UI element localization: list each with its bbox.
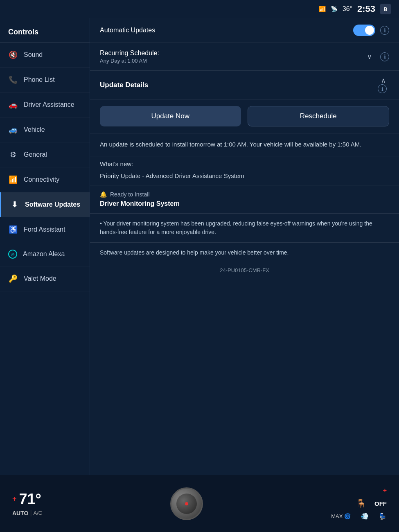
sidebar-item-label: Valet Mode — [24, 275, 56, 282]
automatic-updates-info-icon[interactable]: ℹ — [380, 26, 389, 35]
max-label: MAX 🌀 — [331, 513, 351, 519]
sidebar-item-label: Amazon Alexa — [23, 250, 65, 258]
automatic-updates-toggle[interactable] — [353, 25, 375, 36]
content-area: Automatic Updates ℹ Recurring Schedule: … — [90, 18, 399, 475]
bell-icon: 🔔 — [100, 191, 107, 198]
sound-icon: 🔇 — [8, 50, 18, 60]
update-details-row: Update Details ∧ ℹ — [90, 71, 399, 99]
bottom-bottom-row: MAX 🌀 💨 💺 — [331, 512, 387, 520]
sidebar-item-label: General — [24, 151, 47, 158]
user-badge: B — [380, 4, 391, 14]
ready-to-install-block: 🔔 Ready to Install Driver Monitoring Sys… — [90, 185, 399, 214]
connectivity-icon: 📶 — [8, 175, 18, 185]
automatic-updates-row: Automatic Updates ℹ — [90, 18, 399, 43]
ac-label: A/C — [34, 510, 43, 516]
status-bar: 📶 📡 36° 2:53 B — [0, 0, 399, 18]
sidebar-item-amazon-alexa[interactable]: ◎ Amazon Alexa — [0, 242, 90, 266]
driver-assistance-icon: 🚗 — [8, 100, 18, 110]
hvac-knob[interactable] — [170, 487, 203, 520]
status-temperature: 36° — [343, 5, 352, 13]
priority-update-text: Priority Update - Advanced Driver Assist… — [90, 170, 399, 185]
software-updates-icon: ⬇ — [9, 200, 19, 210]
vehicle-icon: 🚙 — [8, 125, 18, 135]
driver-monitoring-text: • Your driver monitoring system has been… — [100, 219, 389, 237]
seat-icon[interactable]: 💺 — [379, 512, 387, 520]
ford-assistant-icon: ♿ — [8, 225, 18, 234]
sidebar-item-vehicle[interactable]: 🚙 Vehicle — [0, 117, 90, 142]
sidebar-item-phone-list[interactable]: 📞 Phone List — [0, 68, 90, 92]
knob-inner — [176, 494, 197, 514]
automatic-updates-label: Automatic Updates — [100, 27, 353, 34]
seat-heat-icon[interactable]: 🪑 — [356, 498, 366, 508]
update-now-button[interactable]: Update Now — [100, 106, 241, 126]
bottom-bar: + 71° AUTO | A/C + 🪑 OFF MAX 🌀 💨 💺 — [0, 475, 399, 532]
wifi-icon: 📶 — [319, 6, 326, 12]
software-note-text: Software updates are designed to help ma… — [100, 248, 389, 257]
auto-label: AUTO — [12, 510, 28, 516]
sidebar-item-label: Software Updates — [25, 201, 80, 208]
sidebar-item-label: Ford Assistant — [24, 225, 65, 233]
status-time: 2:53 — [357, 4, 375, 14]
driver-monitoring-desc: • Your driver monitoring system has been… — [90, 214, 399, 243]
whats-new-label: What's new: — [90, 156, 399, 170]
recurring-schedule-chevron[interactable]: ∨ — [364, 51, 375, 62]
temp-plus-icon: + — [12, 495, 17, 503]
sidebar-item-label: Vehicle — [24, 126, 45, 133]
buttons-row: Update Now Reschedule — [90, 99, 399, 133]
recurring-schedule-actions: ∨ ℹ — [364, 51, 389, 62]
phone-icon: 📞 — [8, 75, 18, 85]
right-plus-icon: + — [383, 487, 387, 494]
update-details-info-icon[interactable]: ℹ — [378, 84, 387, 93]
bottom-left: + 71° AUTO | A/C — [12, 491, 42, 517]
sidebar-item-connectivity[interactable]: 📶 Connectivity — [0, 167, 90, 192]
sidebar-item-general[interactable]: ⚙ General — [0, 142, 90, 167]
signal-icon: 📡 — [331, 6, 338, 12]
reschedule-button[interactable]: Reschedule — [248, 106, 390, 126]
valet-mode-icon: 🔑 — [8, 274, 18, 284]
recurring-schedule-info-icon[interactable]: ℹ — [380, 52, 389, 61]
temperature-value: 71° — [19, 491, 41, 508]
recurring-schedule-label: Recurring Schedule: Any Day at 1:00 AM — [100, 50, 364, 64]
bottom-right: + 🪑 OFF MAX 🌀 💨 💺 — [331, 487, 387, 520]
ready-to-install-title: Driver Monitoring System — [100, 200, 389, 207]
sidebar-item-label: Sound — [24, 51, 43, 59]
right-controls: 🪑 OFF — [356, 498, 387, 508]
sidebar: Controls 🔇 Sound 📞 Phone List 🚗 Driver A… — [0, 18, 90, 475]
sidebar-item-driver-assistance[interactable]: 🚗 Driver Assistance — [0, 92, 90, 117]
update-details-label: Update Details — [100, 81, 378, 89]
scheduled-info-block: An update is scheduled to install tomorr… — [90, 133, 399, 156]
scheduled-info-text: An update is scheduled to install tomorr… — [100, 140, 389, 149]
sidebar-header: Controls — [0, 22, 90, 43]
sidebar-item-sound[interactable]: 🔇 Sound — [0, 43, 90, 68]
temperature-display: + 71° — [12, 491, 41, 508]
main-layout: Controls 🔇 Sound 📞 Phone List 🚗 Driver A… — [0, 18, 399, 475]
version-code: 24-PU0105-CMR-FX — [90, 263, 399, 280]
recurring-schedule-value: Any Day at 1:00 AM — [100, 58, 364, 64]
sidebar-item-label: Connectivity — [24, 176, 59, 183]
sidebar-item-valet-mode[interactable]: 🔑 Valet Mode — [0, 266, 90, 291]
sidebar-item-software-updates[interactable]: ⬇ Software Updates — [0, 192, 90, 217]
ready-to-install-label: 🔔 Ready to Install — [100, 191, 389, 198]
bottom-center — [170, 487, 203, 520]
fan-icon[interactable]: 💨 — [361, 512, 369, 520]
software-note: Software updates are designed to help ma… — [90, 243, 399, 263]
sidebar-item-label: Phone List — [24, 76, 55, 83]
automatic-updates-actions: ℹ — [353, 25, 389, 36]
off-label: OFF — [374, 500, 387, 507]
alexa-icon: ◎ — [8, 250, 17, 259]
update-details-chevron[interactable]: ∧ — [378, 75, 389, 86]
update-details-actions: ∧ ℹ — [378, 77, 389, 93]
recurring-schedule-row: Recurring Schedule: Any Day at 1:00 AM ∨… — [90, 43, 399, 71]
sidebar-item-ford-assistant[interactable]: ♿ Ford Assistant — [0, 217, 90, 242]
general-icon: ⚙ — [8, 150, 18, 160]
power-indicator — [185, 502, 188, 505]
sidebar-item-label: Driver Assistance — [24, 101, 74, 108]
